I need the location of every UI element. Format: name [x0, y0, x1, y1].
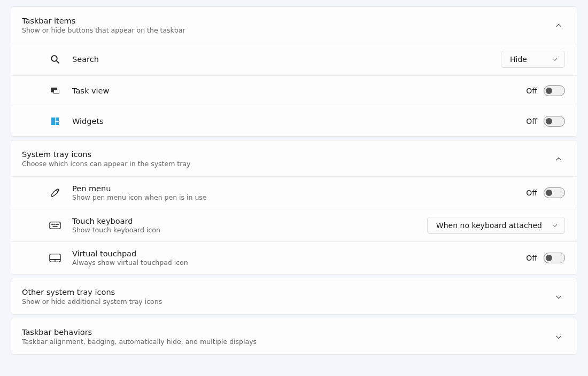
svg-point-3 [52, 224, 52, 225]
dropdown-value: Hide [510, 55, 527, 64]
touch-keyboard-dropdown[interactable]: When no keyboard attached [427, 217, 565, 234]
dropdown-value: When no keyboard attached [436, 221, 542, 230]
svg-line-1 [57, 61, 59, 64]
row-label: Virtual touchpad [72, 249, 526, 258]
widgets-row: Widgets Off [11, 106, 577, 136]
row-label: Search [72, 55, 501, 64]
svg-rect-2 [50, 222, 60, 229]
system-tray-panel: System tray icons Choose which icons can… [11, 140, 577, 275]
toggle-state-label: Off [526, 117, 537, 126]
section-subtitle: Taskbar alignment, badging, automaticall… [22, 338, 552, 346]
taskbar-behaviors-panel: Taskbar behaviors Taskbar alignment, bad… [11, 318, 577, 355]
section-subtitle: Choose which icons can appear in the sys… [22, 160, 552, 168]
chevron-down-icon [552, 222, 558, 229]
svg-point-5 [56, 224, 56, 225]
widgets-icon [48, 114, 63, 129]
section-title: Other system tray icons [22, 288, 552, 296]
row-label: Touch keyboard [72, 217, 427, 225]
chevron-down-icon [552, 331, 565, 343]
chevron-down-icon [552, 56, 558, 62]
toggle-state-label: Off [526, 87, 537, 95]
taskview-icon [48, 83, 63, 98]
pen-menu-row: Pen menu Show pen menu icon when pen is … [11, 176, 577, 209]
svg-point-6 [58, 224, 58, 225]
pen-icon [48, 185, 63, 200]
widgets-toggle[interactable] [544, 116, 565, 127]
touch-keyboard-row: Touch keyboard Show touch keyboard icon … [11, 209, 577, 241]
row-label: Task view [72, 87, 526, 95]
search-row: Search Hide [11, 43, 577, 75]
virtual-touchpad-toggle[interactable] [544, 253, 565, 263]
row-sublabel: Show pen menu icon when pen is in use [72, 193, 526, 201]
section-subtitle: Show or hide buttons that appear on the … [22, 26, 552, 34]
chevron-up-icon [552, 19, 565, 32]
virtual-touchpad-row: Virtual touchpad Always show virtual tou… [11, 241, 577, 274]
section-title: Taskbar behaviors [22, 328, 552, 336]
section-title: Taskbar items [22, 17, 552, 25]
taskbar-behaviors-header[interactable]: Taskbar behaviors Taskbar alignment, bad… [11, 318, 577, 354]
taskview-toggle[interactable] [544, 85, 565, 96]
chevron-down-icon [552, 291, 565, 303]
system-tray-header[interactable]: System tray icons Choose which icons can… [11, 140, 577, 176]
search-icon [48, 52, 63, 67]
taskbar-items-panel: Taskbar items Show or hide buttons that … [11, 6, 577, 137]
pen-toggle[interactable] [544, 187, 565, 198]
section-subtitle: Show or hide additional system tray icon… [22, 297, 552, 306]
search-dropdown[interactable]: Hide [501, 51, 565, 68]
taskbar-items-header[interactable]: Taskbar items Show or hide buttons that … [11, 7, 577, 43]
toggle-state-label: Off [526, 189, 537, 197]
svg-point-4 [54, 224, 55, 225]
row-label: Pen menu [72, 184, 526, 193]
row-sublabel: Always show virtual touchpad icon [72, 258, 526, 267]
chevron-up-icon [552, 153, 565, 166]
row-label: Widgets [72, 117, 526, 126]
other-tray-header[interactable]: Other system tray icons Show or hide add… [11, 278, 577, 314]
row-sublabel: Show touch keyboard icon [72, 226, 427, 234]
touchpad-icon [48, 250, 63, 265]
section-title: System tray icons [22, 150, 552, 159]
toggle-state-label: Off [526, 254, 537, 262]
other-tray-panel: Other system tray icons Show or hide add… [11, 278, 577, 315]
taskview-row: Task view Off [11, 75, 577, 106]
keyboard-icon [48, 218, 63, 233]
